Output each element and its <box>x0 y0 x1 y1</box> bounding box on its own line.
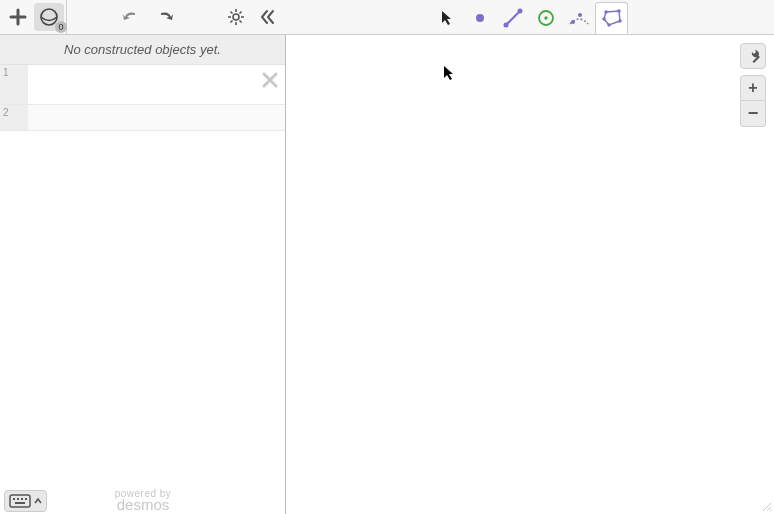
svg-rect-17 <box>13 498 15 500</box>
svg-point-4 <box>503 22 508 27</box>
cursor-icon <box>440 10 454 26</box>
svg-rect-16 <box>10 495 30 507</box>
chevron-up-icon <box>34 497 42 505</box>
svg-line-3 <box>506 11 520 25</box>
graph-settings-button[interactable] <box>740 43 766 69</box>
plus-icon <box>9 8 27 26</box>
close-icon <box>261 71 279 89</box>
add-geo-group: 0 <box>0 0 67 34</box>
row-index: 1 <box>0 65 28 104</box>
sidebar-footer <box>0 488 286 514</box>
empty-objects-notice: No constructed objects yet. <box>0 35 285 65</box>
geometry-layers-button[interactable]: 0 <box>34 3 64 31</box>
settings-group <box>222 1 286 33</box>
point-icon <box>473 11 487 25</box>
circle-icon <box>536 8 556 28</box>
wrench-icon <box>745 48 761 64</box>
zoom-group: + − <box>740 75 766 127</box>
delete-row-button[interactable] <box>261 71 279 89</box>
svg-rect-20 <box>25 498 27 500</box>
row-index: 2 <box>0 105 28 130</box>
svg-point-13 <box>618 19 621 22</box>
main: No constructed objects yet. 1 2 powered … <box>0 35 774 514</box>
svg-point-11 <box>604 10 607 13</box>
add-button[interactable] <box>2 1 34 33</box>
expression-input[interactable] <box>28 65 285 104</box>
tool-circle[interactable] <box>529 2 562 34</box>
keyboard-toggle-button[interactable] <box>4 490 47 512</box>
canvas-cursor-icon <box>442 65 456 81</box>
tool-point[interactable] <box>463 2 496 34</box>
polygon-icon <box>601 8 623 28</box>
gear-icon <box>227 8 245 26</box>
compass-icon <box>568 8 590 28</box>
svg-point-9 <box>578 13 582 17</box>
segment-icon <box>503 8 523 28</box>
chevron-double-left-icon <box>259 8 277 26</box>
geo-count-badge: 0 <box>55 21 67 33</box>
minus-icon: − <box>748 103 759 124</box>
graph-canvas[interactable]: + − <box>286 35 774 514</box>
svg-point-12 <box>617 9 620 12</box>
keyboard-icon <box>9 494 31 508</box>
svg-rect-18 <box>17 498 19 500</box>
canvas-controls: + − <box>740 43 766 127</box>
svg-point-2 <box>476 14 484 22</box>
undo-button[interactable] <box>117 1 145 33</box>
svg-rect-19 <box>21 498 23 500</box>
svg-point-1 <box>233 14 239 20</box>
redo-button[interactable] <box>151 1 179 33</box>
tool-polygon[interactable] <box>595 2 628 34</box>
expression-row[interactable]: 1 <box>0 65 285 105</box>
zoom-out-button[interactable]: − <box>740 101 766 127</box>
svg-point-8 <box>571 20 575 24</box>
resize-grip-icon[interactable] <box>762 502 772 512</box>
svg-point-7 <box>544 16 547 19</box>
svg-point-5 <box>517 8 522 13</box>
svg-point-15 <box>602 17 605 20</box>
collapse-panel-button[interactable] <box>254 1 282 33</box>
svg-rect-21 <box>15 502 25 504</box>
topbar: 0 <box>0 0 774 35</box>
svg-point-14 <box>607 23 610 26</box>
tool-select[interactable] <box>430 2 463 34</box>
expression-row[interactable]: 2 <box>0 105 285 131</box>
settings-button[interactable] <box>222 1 250 33</box>
plus-icon: + <box>748 79 757 97</box>
expression-input[interactable] <box>28 105 285 130</box>
svg-point-0 <box>41 9 57 25</box>
tool-segment[interactable] <box>496 2 529 34</box>
zoom-in-button[interactable]: + <box>740 75 766 101</box>
expression-sidebar: No constructed objects yet. 1 2 powered … <box>0 35 286 514</box>
undo-redo-group <box>117 1 179 33</box>
tool-compass[interactable] <box>562 2 595 34</box>
undo-icon <box>121 9 141 25</box>
construction-toolbar <box>430 0 628 35</box>
redo-icon <box>155 9 175 25</box>
left-tools: 0 <box>0 0 286 34</box>
